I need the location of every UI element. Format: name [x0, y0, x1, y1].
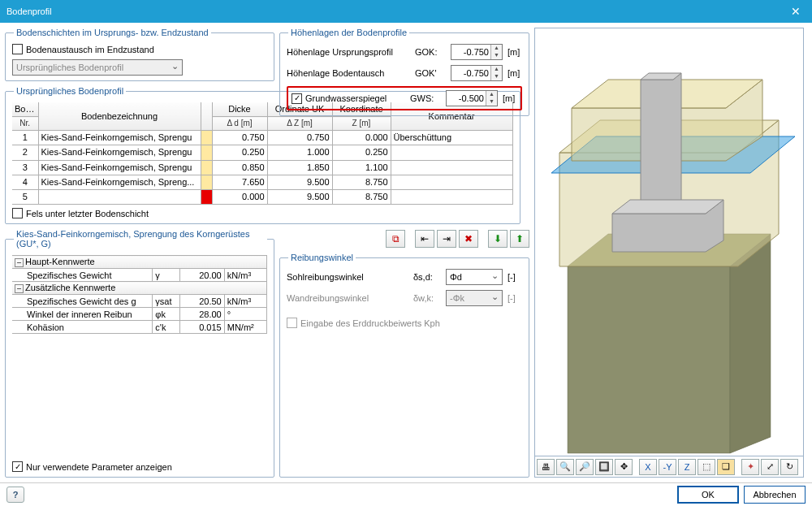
gws-label: Grundwasserspiegel — [305, 93, 387, 103]
preview-toolbar: 🖶 🔍 🔎 🔲 ✥ X -Y Z ⬚ ❏ ✦ ⤢ ↻ — [534, 456, 804, 478]
col-color — [201, 102, 212, 131]
zoom-window-icon[interactable]: 🔲 — [595, 459, 613, 475]
height-row: Höhenlage Bodentausch GOK' ▲▼ [m] — [287, 65, 522, 81]
gws-checkbox[interactable]: ✓ Grundwasserspiegel — [292, 93, 405, 104]
preview-3d[interactable] — [534, 28, 804, 456]
layers-legend: Bodenschichten im Ursprungs- bzw. Endzus… — [14, 28, 211, 37]
preview-svg — [535, 28, 803, 456]
spin-down-icon: ▼ — [491, 52, 502, 59]
heights-groupbox: Höhenlagen der Bodenprofile Höhenlage Ur… — [279, 28, 529, 116]
delta-sd-combo[interactable]: Φd — [446, 269, 503, 285]
zoom-in-icon[interactable]: 🔎 — [576, 459, 594, 475]
param-row[interactable]: Winkel der inneren Reibunφk28.00° — [12, 308, 267, 321]
checkbox-box — [12, 208, 23, 218]
profile-legend: Ursprüngliches Bodenprofil — [14, 86, 126, 96]
height-row: Höhenlage Ursprungsprofil GOK: ▲▼ [m] — [287, 44, 522, 60]
close-button[interactable]: ✕ — [780, 0, 812, 23]
gok2-spinner[interactable]: ▲▼ — [451, 65, 503, 81]
help-button[interactable]: ? — [6, 487, 24, 503]
kph-label: Eingabe des Erddruckbeiwerts Kph — [300, 318, 440, 328]
collapse-icon[interactable]: – — [15, 284, 24, 293]
view-icon[interactable]: ❏ — [717, 459, 735, 475]
only-used-params-label: Nur verwendete Parameter anzeigen — [26, 462, 172, 472]
insert-before-icon[interactable]: ⇤ — [415, 230, 434, 248]
svg-marker-12 — [612, 200, 723, 214]
axis-x-icon[interactable]: X — [639, 459, 657, 475]
gws-spinner[interactable]: ▲▼ — [446, 90, 498, 106]
rock-below-label: Fels unter letzter Bodenschicht — [26, 209, 149, 218]
param-row[interactable]: Kohäsionc'k0.015MN/m² — [12, 321, 267, 334]
checkbox-box: ✓ — [12, 461, 23, 472]
checkbox-box — [12, 44, 23, 54]
collapse-icon[interactable]: – — [15, 258, 24, 267]
print-icon[interactable]: 🖶 — [537, 459, 555, 475]
move-up-icon[interactable]: ⬇ — [488, 230, 508, 248]
parameters-legend: Kies-Sand-Feinkorngemisch, Sprengung des… — [14, 229, 267, 249]
param-row[interactable]: Spezifisches Gewichtγ20.00kN/m³ — [12, 269, 267, 282]
axis-y-icon[interactable]: -Y — [659, 459, 676, 475]
friction-row: Sohlreibungswinkel δs,d: Φd [-] — [287, 269, 522, 285]
move-down-icon[interactable]: ⬆ — [510, 230, 529, 248]
zoom-fit-icon[interactable]: 🔍 — [556, 459, 574, 475]
layers-groupbox: Bodenschichten im Ursprungs- bzw. Endzus… — [5, 28, 274, 81]
friction-groupbox: Reibungswinkel Sohlreibungswinkel δs,d: … — [279, 253, 529, 478]
svg-marker-1 — [568, 266, 730, 453]
soil-exchange-checkbox[interactable]: Bodenaustausch im Endzustand — [12, 44, 154, 54]
rotate-icon[interactable]: ↻ — [780, 459, 798, 475]
col-dicke: Dicke — [212, 102, 267, 117]
profile-select-combo[interactable]: Ursprüngliches Bodenprofil — [12, 59, 183, 76]
heights-legend: Höhenlagen der Bodenprofile — [288, 28, 409, 37]
dialog-footer: ? OK Abbrechen — [0, 482, 812, 505]
origin-icon[interactable]: ✦ — [741, 459, 759, 475]
cancel-button[interactable]: Abbrechen — [744, 486, 806, 504]
svg-marker-9 — [641, 73, 681, 216]
axis-z-icon[interactable]: Z — [678, 459, 696, 475]
parameters-groupbox: Kies-Sand-Feinkorngemisch, Sprengung des… — [5, 229, 274, 478]
delta-wk-combo: -Φk — [446, 290, 503, 306]
insert-after-icon[interactable]: ⇥ — [437, 230, 456, 248]
parameters-grid[interactable]: –Haupt-Kennwerte Spezifisches Gewichtγ20… — [12, 255, 267, 456]
soil-exchange-label: Bodenaustausch im Endzustand — [26, 45, 154, 54]
col-name: Bodenbezeichnung — [38, 102, 201, 131]
profile-select-value: Ursprüngliches Bodenprofil — [16, 63, 123, 72]
only-used-params-checkbox[interactable]: ✓ Nur verwendete Parameter anzeigen — [12, 461, 267, 472]
checkbox-box: ✓ — [292, 93, 302, 104]
dialog-body: Bodenschichten im Ursprungs- bzw. Endzus… — [0, 23, 812, 482]
friction-legend: Reibungswinkel — [288, 253, 356, 262]
iso-icon[interactable]: ⬚ — [698, 459, 715, 475]
window-title: Bodenprofil — [6, 6, 52, 16]
expand-icon[interactable]: ⤢ — [761, 459, 779, 475]
spin-up-icon: ▲ — [491, 45, 502, 52]
friction-row: Wandreibungswinkel δw,k: -Φk [-] — [287, 290, 522, 306]
col-nr: Boden — [12, 102, 38, 117]
delete-row-icon[interactable]: ✖ — [459, 230, 478, 248]
gok-spinner[interactable]: ▲▼ — [451, 44, 503, 60]
title-bar: Bodenprofil ✕ — [0, 0, 812, 23]
kph-checkbox: Eingabe des Erddruckbeiwerts Kph — [287, 318, 440, 328]
pan-icon[interactable]: ✥ — [615, 459, 633, 475]
gws-highlight: ✓ Grundwasserspiegel GWS: ▲▼ [m] — [287, 86, 522, 110]
layers-icon[interactable]: ⧉ — [386, 230, 405, 248]
param-row[interactable]: Spezifisches Gewicht des gγsat20.50kN/m³ — [12, 295, 267, 308]
ok-button[interactable]: OK — [677, 486, 739, 504]
